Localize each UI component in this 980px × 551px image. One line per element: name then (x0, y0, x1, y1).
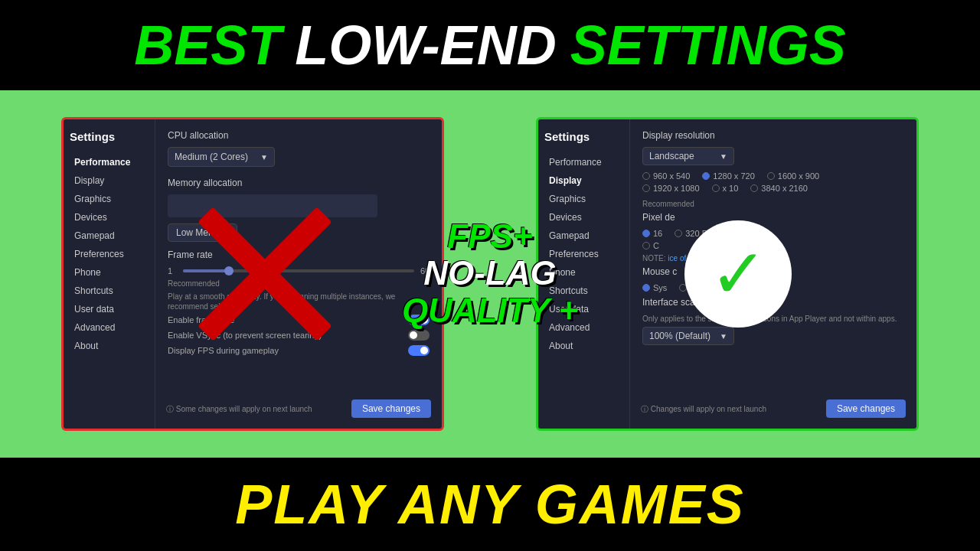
sidebar-item-devices-right[interactable]: Devices (544, 209, 623, 226)
toggle-vsync[interactable] (408, 330, 430, 341)
sidebar-item-advanced-left[interactable]: Advanced (70, 319, 149, 336)
info-circle-icon: ⓘ (166, 405, 176, 413)
radio-circle-1920 (642, 184, 650, 192)
sidebar-item-display-left[interactable]: Display (70, 172, 149, 189)
radio-circle-3840 (750, 184, 758, 192)
interface-dropdown-value: 100% (Default) (649, 331, 710, 341)
toggle-fps-label: Display FPS during gameplay (168, 346, 279, 355)
res-mid[interactable]: x 10 (712, 184, 739, 193)
toggle-framerate[interactable] (408, 315, 430, 325)
radio-circle-1600 (767, 172, 775, 180)
right-save-button[interactable]: Save changes (826, 399, 906, 418)
sidebar-item-devices-left[interactable]: Devices (70, 209, 149, 226)
right-panel-title: Settings (544, 130, 623, 143)
sidebar-item-performance-left[interactable]: Performance (70, 154, 149, 171)
sidebar-item-preferences-left[interactable]: Preferences (70, 246, 149, 262)
bottom-banner: PLAY ANY GAMES (0, 458, 980, 551)
radio-circle-160 (642, 230, 650, 237)
display-resolution-title: Display resolution (642, 130, 904, 141)
res-1280[interactable]: 980 x 551 (702, 171, 754, 181)
orientation-value: Landscape (649, 151, 694, 161)
right-panel-content: Display resolution Landscape ▼ 960 x 540… (630, 119, 916, 429)
mouse-bluestacks[interactable]: BlueStacks (679, 283, 732, 292)
banner-best: BEST (134, 14, 281, 77)
framerate-slider-row: 1 60 (168, 266, 430, 276)
chevron-down-icon-interface: ▼ (720, 332, 727, 341)
mouse-section-title: Mouse c (642, 266, 904, 277)
res-1920[interactable]: 1920 x 1080 (642, 184, 700, 193)
sidebar-item-phone-right[interactable]: Phone (544, 264, 623, 281)
res-1600[interactable]: 1600 x 900 (767, 171, 819, 181)
radio-circle-c (642, 242, 650, 249)
left-save-button[interactable]: Save changes (351, 399, 431, 418)
chevron-down-icon-right: ▼ (720, 152, 727, 161)
left-panel-title: Settings (70, 130, 149, 143)
radio-circle-320 (675, 230, 682, 237)
pixel-section-title: Pixel de (642, 212, 904, 223)
toggle-framerate-label: Enable frame rate (168, 315, 234, 324)
sidebar-item-preferences-right[interactable]: Preferences (544, 246, 623, 262)
sidebar-item-graphics-right[interactable]: Graphics (544, 191, 623, 207)
mouse-sys[interactable]: Sys (642, 283, 667, 292)
right-settings-panel: Settings Performance Display Graphics De… (536, 117, 919, 431)
chevron-down-icon: ▼ (260, 153, 268, 161)
left-settings-panel: Settings Performance Display Graphics De… (61, 117, 444, 431)
resolution-group: 960 x 540 980 x 551 1600 x 900 1920 x 1… (642, 171, 904, 193)
orientation-dropdown[interactable]: Landscape ▼ (642, 147, 734, 165)
bottom-banner-text: PLAY ANY GAMES (235, 473, 744, 536)
radio-circle-bluestacks (679, 284, 687, 292)
toggle-vsync-row: Enable VSync (to prevent screen tearing) (168, 330, 430, 341)
note-text: NOTE: ice of some apps. (642, 253, 904, 263)
toggle-vsync-label: Enable VSync (to prevent screen tearing) (168, 331, 322, 340)
sidebar-item-userdata-left[interactable]: User data (70, 301, 149, 318)
pixel-320[interactable]: 320 DPI (High) (675, 229, 741, 238)
framerate-slider-track[interactable] (183, 269, 414, 272)
radio-circle-1280 (702, 172, 710, 180)
sidebar-item-phone-left[interactable]: Phone (70, 264, 149, 281)
banner-lowend: LOW-END (295, 14, 556, 77)
info-circle-icon-right: ⓘ (641, 405, 651, 413)
toggle-fps-row: Display FPS during gameplay (168, 345, 430, 356)
mouse-row: Sys BlueStacks (642, 283, 904, 292)
interface-section-title: Interface scaling (642, 297, 904, 308)
sidebar-item-graphics-left[interactable]: Graphics (70, 191, 149, 207)
sidebar-item-shortcuts-right[interactable]: Shortcuts (544, 282, 623, 299)
sidebar-item-performance-right[interactable]: Performance (544, 154, 623, 171)
sidebar-item-gamepad-right[interactable]: Gamepad (544, 227, 623, 244)
resolution-row1: 960 x 540 980 x 551 1600 x 900 (642, 171, 904, 181)
right-sidebar: Settings Performance Display Graphics De… (538, 119, 630, 429)
pixel-c[interactable]: C (642, 241, 659, 250)
pixel-160[interactable]: 16 (642, 229, 662, 238)
banner-settings: SETTINGS (570, 14, 846, 77)
sidebar-item-gamepad-left[interactable]: Gamepad (70, 227, 149, 244)
framerate-max: 60 (420, 266, 430, 276)
cpu-dropdown-value: Medium (2 Cores) (175, 152, 248, 162)
cpu-section-title: CPU allocation (168, 130, 430, 141)
left-sidebar: Settings Performance Display Graphics De… (64, 119, 155, 429)
sidebar-item-advanced-right[interactable]: Advanced (544, 319, 623, 336)
left-panel-content: CPU allocation Medium (2 Cores) ▼ Memory… (155, 119, 442, 429)
toggle-framerate-row: Enable frame rate (168, 315, 430, 325)
top-banner: BEST LOW-END SETTINGS (0, 0, 980, 90)
sidebar-item-userdata-right[interactable]: User data (544, 301, 623, 318)
cpu-dropdown[interactable]: Medium (2 Cores) ▼ (168, 147, 275, 167)
recommended-note: Recommended (642, 199, 904, 209)
toggle-fps[interactable] (408, 345, 430, 356)
interface-desc: Only applies to the size of text and ico… (642, 314, 904, 324)
sidebar-item-shortcuts-left[interactable]: Shortcuts (70, 282, 149, 299)
memory-badge: Low Memory (168, 223, 237, 242)
res-960[interactable]: 960 x 540 (642, 171, 690, 181)
sidebar-item-display-right[interactable]: Display (544, 172, 623, 189)
sidebar-item-about-left[interactable]: About (70, 337, 149, 354)
framerate-desc: Play at a smooth gameplay. If you're run… (168, 292, 430, 311)
framerate-section-title: Frame rate (168, 249, 430, 260)
interface-dropdown[interactable]: 100% (Default) ▼ (642, 327, 734, 345)
pixel-row: 16 320 DPI (High) (642, 229, 904, 238)
framerate-min: 1 (168, 266, 177, 276)
radio-circle-mid (712, 184, 720, 192)
sidebar-item-about-right[interactable]: About (544, 337, 623, 354)
res-3840[interactable]: 3840 x 2160 (750, 184, 808, 193)
slider-fill (183, 269, 229, 272)
slider-thumb[interactable] (224, 266, 234, 276)
middle-section: Settings Performance Display Graphics De… (0, 90, 980, 458)
